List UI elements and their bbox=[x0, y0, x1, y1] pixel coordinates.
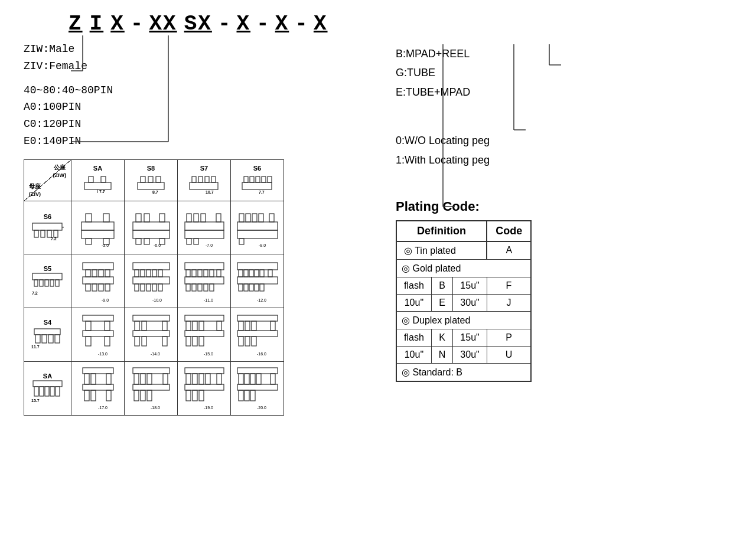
svg-rect-209 bbox=[250, 374, 255, 384]
svg-rect-201 bbox=[185, 384, 224, 390]
cell-s7-s5: -11.0 bbox=[178, 254, 231, 308]
tin-plated-label: ◎ Tin plated bbox=[396, 241, 487, 260]
svg-rect-128 bbox=[35, 335, 40, 343]
svg-rect-21 bbox=[244, 177, 248, 182]
svg-rect-24 bbox=[262, 177, 266, 182]
duplex-15u-label: 15u" bbox=[453, 329, 487, 346]
svg-rect-80 bbox=[83, 277, 113, 284]
svg-rect-147 bbox=[162, 336, 167, 346]
svg-rect-77 bbox=[92, 270, 97, 277]
svg-text:-12.0: -12.0 bbox=[257, 298, 266, 302]
svg-rect-109 bbox=[198, 284, 202, 291]
connector-sa-s6: -3.0 bbox=[77, 205, 119, 248]
svg-rect-102 bbox=[198, 270, 202, 277]
code-x3: X bbox=[275, 12, 289, 36]
svg-rect-134 bbox=[86, 321, 91, 331]
svg-rect-145 bbox=[135, 336, 139, 346]
svg-rect-52 bbox=[194, 214, 198, 222]
svg-rect-63 bbox=[259, 214, 263, 222]
svg-text:-8.0: -8.0 bbox=[259, 243, 266, 247]
svg-rect-9 bbox=[138, 182, 164, 189]
svg-rect-108 bbox=[192, 284, 196, 291]
label-a0: A0:100PIN bbox=[24, 99, 348, 116]
svg-text:-16.0: -16.0 bbox=[257, 352, 266, 356]
svg-rect-137 bbox=[86, 336, 91, 346]
svg-rect-127 bbox=[34, 329, 60, 335]
svg-text:-14.0: -14.0 bbox=[151, 352, 160, 356]
svg-rect-15 bbox=[192, 177, 196, 182]
duplex-10u-row: 10u" N 30u" U bbox=[396, 346, 531, 363]
svg-rect-192 bbox=[141, 390, 145, 401]
plating-code-table: Definition Code ◎ Tin plated A ◎ Gold pl… bbox=[396, 220, 532, 382]
svg-text:-20.0: -20.0 bbox=[257, 406, 266, 410]
svg-rect-73 bbox=[56, 280, 59, 286]
label-40-80: 40~80:40~80PIN bbox=[24, 82, 348, 99]
duplex-30u-label: 30u" bbox=[453, 346, 487, 363]
svg-rect-129 bbox=[42, 335, 47, 343]
svg-rect-215 bbox=[250, 390, 255, 401]
svg-text:-7.0: -7.0 bbox=[206, 243, 213, 247]
svg-rect-166 bbox=[245, 336, 250, 346]
connector-s6-s5: -12.0 bbox=[236, 257, 279, 304]
svg-text:7.7: 7.7 bbox=[99, 189, 105, 194]
duplex-plated-label: ◎ Duplex plated bbox=[396, 311, 531, 329]
svg-rect-29 bbox=[41, 230, 45, 237]
svg-rect-164 bbox=[237, 331, 278, 336]
svg-text:7.7: 7.7 bbox=[259, 190, 265, 194]
svg-rect-156 bbox=[193, 336, 197, 346]
svg-rect-38 bbox=[86, 238, 92, 244]
sep2: - bbox=[218, 12, 231, 36]
sep1: - bbox=[131, 12, 144, 36]
svg-rect-116 bbox=[249, 270, 253, 277]
svg-rect-153 bbox=[217, 321, 221, 331]
svg-rect-101 bbox=[192, 270, 196, 277]
col-header-s6: S6 7.7 bbox=[231, 159, 284, 201]
s6-header-diagram: 7.7 bbox=[241, 172, 273, 194]
svg-rect-22 bbox=[250, 177, 254, 182]
right-labels: B:MPAD+REEL G:TUBE E:TUBE+MPAD 0:W/O Loc… bbox=[396, 44, 738, 382]
svg-rect-84 bbox=[105, 284, 110, 291]
connector-sa-s5: -9.0 bbox=[77, 257, 119, 304]
svg-rect-191 bbox=[134, 390, 139, 401]
col-header-code: Code bbox=[487, 221, 531, 241]
code-z: Z bbox=[69, 12, 83, 36]
svg-rect-210 bbox=[256, 374, 261, 384]
svg-rect-171 bbox=[40, 387, 44, 396]
svg-rect-122 bbox=[244, 284, 248, 291]
svg-rect-202 bbox=[186, 390, 191, 401]
table-corner-cell: 公座(ZIW) 母座(ZIV) bbox=[24, 159, 71, 201]
svg-rect-69 bbox=[34, 280, 38, 286]
svg-text:-19.0: -19.0 bbox=[204, 406, 213, 410]
plating-table-header-row: Definition Code bbox=[396, 221, 531, 241]
connector-s7-s5: -11.0 bbox=[183, 257, 226, 304]
svg-rect-18 bbox=[211, 177, 216, 182]
sep3: - bbox=[256, 12, 269, 36]
svg-rect-81 bbox=[86, 284, 90, 291]
svg-rect-88 bbox=[141, 270, 145, 277]
svg-rect-64 bbox=[269, 214, 274, 222]
svg-rect-155 bbox=[186, 336, 191, 346]
s6-row-diagram: 7.2 bbox=[31, 220, 64, 241]
svg-text:-3.0: -3.0 bbox=[102, 243, 109, 247]
svg-rect-149 bbox=[185, 315, 224, 321]
svg-text:-10.0: -10.0 bbox=[152, 298, 162, 302]
label-1-with-locating: 1:With Locating peg bbox=[396, 151, 738, 169]
svg-rect-5 bbox=[89, 177, 93, 182]
svg-rect-115 bbox=[244, 270, 248, 277]
svg-rect-152 bbox=[199, 321, 204, 331]
svg-rect-83 bbox=[99, 284, 103, 291]
connector-s6-s4: -16.0 bbox=[236, 311, 279, 358]
svg-rect-66 bbox=[239, 238, 244, 244]
svg-text:11.7: 11.7 bbox=[31, 345, 40, 349]
svg-rect-176 bbox=[83, 368, 113, 374]
svg-rect-82 bbox=[92, 284, 97, 291]
duplex-15u-code: P bbox=[487, 329, 531, 346]
svg-rect-212 bbox=[237, 384, 278, 390]
svg-rect-12 bbox=[156, 177, 161, 182]
code-sx: SX bbox=[184, 12, 212, 36]
svg-rect-51 bbox=[187, 214, 191, 222]
label-g-tube: G:TUBE bbox=[396, 63, 738, 82]
svg-rect-41 bbox=[133, 222, 170, 230]
locating-peg-group: 0:W/O Locating peg 1:With Locating peg bbox=[396, 131, 738, 169]
plating-code-section: Plating Code: Definition Code ◎ Tin plat… bbox=[396, 199, 738, 382]
